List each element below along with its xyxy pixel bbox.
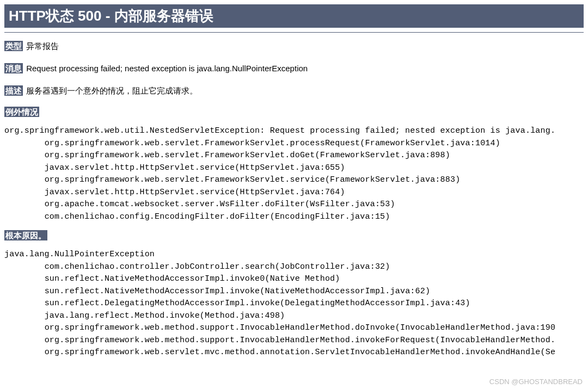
- message-line: 消息 Request processing failed; nested exc…: [4, 59, 584, 77]
- type-line: 类型 异常报告: [4, 37, 584, 55]
- error-title-text: HTTP状态 500 - 内部服务器错误: [9, 8, 213, 24]
- root-cause-label: 根本原因。: [4, 230, 47, 240]
- description-label: 描述: [4, 85, 23, 96]
- exception-label: 例外情况: [4, 107, 39, 117]
- root-cause-header: 根本原因。: [4, 227, 584, 244]
- description-line: 描述 服务器遇到一个意外的情况，阻止它完成请求。: [4, 82, 584, 100]
- divider: [4, 32, 584, 33]
- root-cause-trace: java.lang.NullPointerException com.chenl…: [4, 249, 584, 359]
- type-label: 类型: [4, 41, 23, 51]
- message-label: 消息: [4, 63, 23, 73]
- exception-trace: org.springframework.web.util.NestedServl…: [4, 125, 584, 223]
- exception-header: 例外情况: [4, 104, 584, 121]
- description-value: 服务器遇到一个意外的情况，阻止它完成请求。: [26, 86, 198, 95]
- message-value: Request processing failed; nested except…: [26, 64, 308, 73]
- type-value: 异常报告: [26, 41, 59, 51]
- error-title: HTTP状态 500 - 内部服务器错误: [4, 4, 584, 28]
